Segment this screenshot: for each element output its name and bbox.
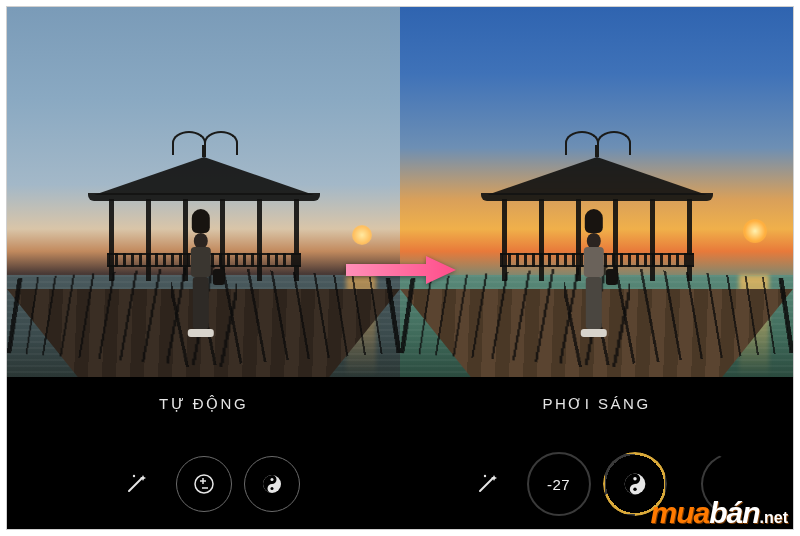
contrast-button[interactable] (244, 456, 300, 512)
svg-point-1 (132, 475, 134, 477)
next-dial-peek[interactable] (679, 452, 735, 516)
comparison-frame: TỰ ĐỘNG (6, 6, 794, 530)
after-mode-label: PHƠI SÁNG (542, 395, 650, 413)
exposure-dial[interactable]: -27 (527, 452, 591, 516)
svg-point-2 (195, 475, 213, 493)
svg-point-8 (270, 487, 273, 490)
auto-enhance-button[interactable] (108, 456, 164, 512)
before-pane: TỰ ĐỘNG (7, 7, 400, 529)
exposure-button[interactable] (176, 456, 232, 512)
before-photo (7, 7, 400, 377)
svg-point-11 (624, 474, 645, 495)
after-controls: -27 (459, 447, 735, 521)
magic-wand-icon (473, 470, 501, 498)
svg-point-7 (270, 478, 273, 481)
before-controls (108, 447, 300, 521)
before-editor-bar: TỰ ĐỘNG (7, 377, 400, 529)
exposure-icon (191, 471, 217, 497)
yin-yang-icon (259, 471, 285, 497)
contrast-dial-active[interactable] (603, 452, 667, 516)
svg-line-9 (480, 478, 493, 491)
exposure-value: -27 (547, 476, 570, 493)
svg-point-13 (633, 487, 636, 490)
svg-point-10 (483, 475, 485, 477)
before-mode-label: TỰ ĐỘNG (159, 395, 248, 413)
after-pane: PHƠI SÁNG -27 (400, 7, 793, 529)
auto-enhance-button[interactable] (459, 456, 515, 512)
after-photo (400, 7, 793, 377)
magic-wand-icon (122, 470, 150, 498)
svg-point-12 (633, 477, 636, 480)
yin-yang-icon (620, 469, 650, 499)
svg-line-0 (129, 478, 142, 491)
after-editor-bar: PHƠI SÁNG -27 (400, 377, 793, 529)
